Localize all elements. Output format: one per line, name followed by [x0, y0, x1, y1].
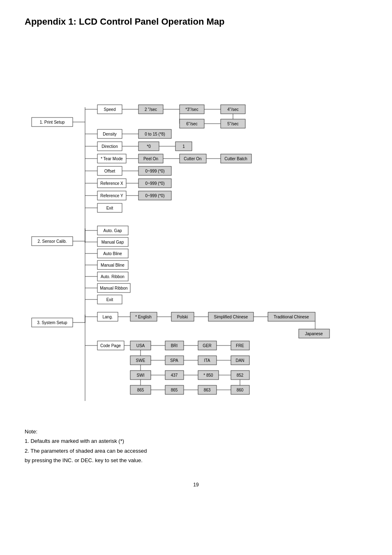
437-label: 437	[171, 373, 178, 378]
speed-label: Speed	[104, 107, 116, 112]
dan-label: DAN	[235, 358, 244, 363]
ref-y-value-label: 0~999 (*0)	[145, 193, 165, 198]
manual-gap-label: Manual Gap	[101, 240, 124, 244]
note-line-2: 2. The parameters of shaded area can be …	[25, 446, 367, 456]
page-container: Appendix 1: LCD Control Panel Operation …	[0, 0, 392, 504]
auto-gap-label: Auto. Gap	[103, 228, 122, 233]
note-line-3: by pressing the INC. or DEC. key to set …	[25, 456, 367, 465]
spa-label: SPA	[170, 358, 178, 363]
auto-bline-label: Auto Bline	[103, 251, 122, 256]
ref-x-value-label: 0~999 (*0)	[145, 181, 165, 186]
traditional-chinese-label: Traditional Chinese	[274, 315, 309, 319]
page-title: Appendix 1: LCD Control Panel Operation …	[25, 16, 367, 27]
852-label: 852	[237, 373, 244, 378]
polski-label: Polski	[177, 315, 188, 319]
swi-label: SWI	[137, 373, 145, 378]
english-label: * English	[135, 315, 151, 319]
exit-sensor-label: Exit	[106, 297, 113, 302]
ger-label: GER	[203, 343, 212, 348]
print-setup-label: 1. Print Setup	[40, 120, 65, 124]
865a-label: 865	[137, 388, 144, 392]
dir-0-label: *0	[147, 144, 151, 149]
speed-6-label: 6"/sec	[186, 122, 197, 126]
usa-label: USA	[136, 343, 145, 348]
manual-ribbon-label: Manual Ribbon	[100, 286, 127, 290]
diagram-area: 1. Print Setup Speed 2 "/sec *3"/sec 4"/…	[25, 44, 367, 415]
code-page-label: Code Page	[100, 343, 121, 348]
auto-ribbon-label: Auto. Ribbon	[101, 274, 125, 279]
cutter-batch-label: Cutter Batch	[224, 157, 247, 161]
page-number: 19	[25, 482, 367, 488]
note-line-1: 1. Defaults are marked with an asterisk …	[25, 436, 367, 446]
exit-print-label: Exit	[106, 206, 113, 210]
lang-label: Lang.	[102, 315, 113, 319]
dir-1-label: 1	[182, 144, 185, 149]
860-label: 860	[237, 388, 244, 392]
863-label: 863	[204, 388, 211, 392]
simplified-chinese-label: Simplified Chinese	[214, 315, 248, 319]
direction-label: Direction	[101, 144, 118, 149]
cutter-on-label: Cutter On	[184, 157, 201, 161]
notes-section: Note: 1. Defaults are marked with an ast…	[25, 427, 367, 465]
operation-map-svg: 1. Print Setup Speed 2 "/sec *3"/sec 4"/…	[25, 44, 367, 413]
offset-label: Offset	[104, 169, 115, 173]
density-value-label: 0 to 15 (*8)	[145, 132, 165, 136]
offset-value-label: 0~999 (*0)	[145, 169, 165, 173]
ita-label: ITA	[204, 358, 210, 363]
fre-label: FRE	[236, 343, 244, 348]
manual-bline-label: Manual Bline	[101, 263, 125, 267]
speed-4-label: 4"/sec	[227, 107, 238, 112]
peel-on-label: Peel On	[143, 157, 158, 161]
bri-label: BRI	[171, 343, 178, 348]
ref-y-label: Reference Y	[100, 193, 123, 198]
speed-5-label: 5"/sec	[227, 122, 238, 126]
sensor-calib-label: 2. Sensor Calib.	[37, 239, 67, 244]
ref-x-label: Reference X	[100, 181, 123, 186]
speed-2-label: 2 "/sec	[145, 107, 157, 112]
notes-title: Note:	[25, 427, 367, 436]
density-label: Density	[103, 132, 116, 136]
japanese-label: Japanese	[305, 332, 323, 336]
swe-label: SWE	[136, 358, 145, 363]
speed-3-label: *3"/sec	[185, 107, 198, 112]
850-label: * 850	[203, 373, 213, 378]
tear-mode-label: * Tear Mode	[101, 157, 123, 161]
system-setup-label: 3. System Setup	[37, 320, 67, 325]
865b-label: 865	[171, 388, 178, 392]
